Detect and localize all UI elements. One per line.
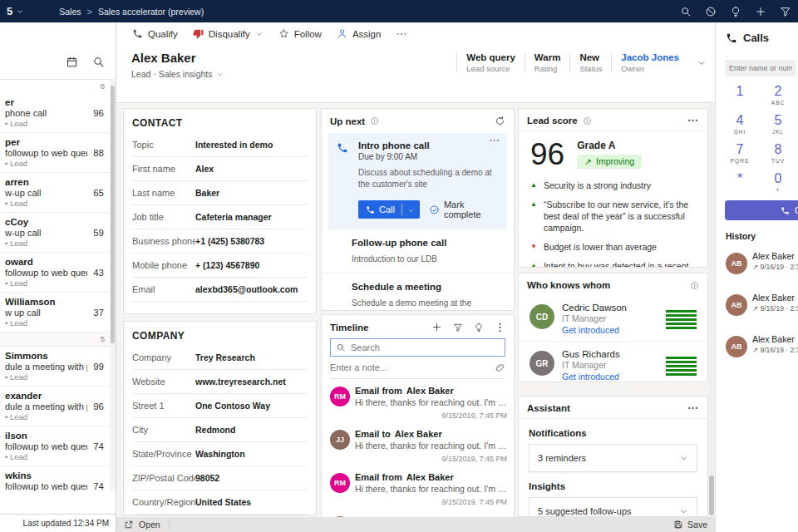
call-history-item[interactable]: AB Alex Baker ↗ 9/16/19 · 2:35 PM [716,328,798,370]
lightbulb-icon[interactable] [730,6,741,17]
list-item[interactable]: Simmons dule a meeting with prod.. • Lea… [0,347,110,387]
more-vertical-icon[interactable]: ⋮ [495,324,505,331]
dial-input-box[interactable] [725,60,796,76]
note-input[interactable] [330,362,495,372]
timeline-entry[interactable]: JJ Note modified by Jacob Jones Hi there… [322,509,514,517]
worklist-scrollbar-thumb[interactable] [111,86,115,343]
filter-icon[interactable] [453,323,463,332]
call-button[interactable]: Call [725,200,798,220]
worklist-scrollbar[interactable] [110,79,116,491]
info-icon[interactable] [370,116,379,126]
search-icon[interactable] [680,6,692,17]
dialpad-key[interactable]: * [721,171,759,194]
assistant-card[interactable]: 5 suggested follow-ups [529,497,697,517]
list-item[interactable]: oward followup to web query • Lead 43 [0,253,110,293]
collapse-header-chevron-icon[interactable] [697,58,707,68]
more-commands-button[interactable]: ⋯ [388,27,415,41]
dialpad-key[interactable]: 2 ABC [759,84,797,106]
more-horizontal-icon[interactable]: ⋯ [687,405,699,411]
more-horizontal-icon[interactable]: ⋯ [687,117,699,124]
qualify-button[interactable]: Qualify [125,25,185,42]
list-item[interactable]: ilson followup to web query • Lead 74 [0,426,110,466]
dial-input[interactable] [729,64,792,72]
field-row[interactable]: Company * Trey Research [132,346,308,370]
dialpad-key[interactable]: 8 TUV [759,142,797,165]
recent-items-icon[interactable] [705,6,717,17]
current-activity-card[interactable]: ⋯ Intro phone call Due by 9:00 AM Discus… [328,133,507,229]
list-item[interactable]: per followup to web query • Lead 88 [0,133,110,173]
field-row[interactable]: Email * alexbd365@outlook.com [132,278,308,302]
app-logo[interactable]: 5 [7,5,24,17]
follow-label: Follow [294,29,322,39]
header-field[interactable]: Web query Lead source [456,52,525,73]
field-row[interactable]: Mobile phone * + (123) 4567890 [132,254,308,278]
main-scrollbar-thumb[interactable] [709,475,714,515]
list-item[interactable]: er phone call • Lead 96 [0,93,110,133]
field-row[interactable]: Job title * Cafeteria manager [132,205,308,229]
timeline-entry[interactable]: JJ Email to Alex Baker Hi there, thanks … [322,422,514,466]
add-icon[interactable] [431,322,442,332]
info-icon[interactable] [583,116,592,126]
field-label: Email [132,284,195,294]
quick-create-icon[interactable] [755,6,766,17]
breadcrumb-sales[interactable]: Sales [59,7,81,17]
list-item[interactable]: Williamson w up call • Lead 37 [0,293,110,332]
calendar-icon[interactable] [66,56,78,68]
disqualify-button[interactable]: Disqualify [185,25,271,42]
call-history-item[interactable]: AB Alex Baker ↗ 9/16/19 · 2:35 PM [716,245,798,287]
call-history-item[interactable]: AB Alex Baker ↗ 9/16/19 · 2:35 PM [716,287,798,328]
field-row[interactable]: Website * www.treyresearch.net [132,370,308,394]
open-button[interactable]: Open [116,520,160,530]
record-subtitle[interactable]: Lead · Sales insights [131,69,224,79]
task-item[interactable]: Follow-up phone call Introduction to our… [322,229,514,273]
field-row[interactable]: ZIP/Postal Code * 98052 [132,466,308,490]
timeline-search-input[interactable] [351,342,500,352]
more-horizontal-icon[interactable]: ⋯ [489,137,500,144]
dialpad-key[interactable]: 0 + [759,171,797,194]
chevron-down-icon[interactable] [679,507,688,516]
header-field[interactable]: Warm Rating [525,52,570,73]
filter-icon[interactable] [780,6,791,17]
mark-complete-button[interactable]: Mark complete [429,200,500,219]
timeline-entry[interactable]: RM Email from Alex Baker Hi there, thank… [322,466,514,509]
call-split-button[interactable]: Call [358,200,420,219]
field-row[interactable]: First name * Alex [132,157,308,181]
timeline-entry[interactable]: RM Email from Alex Baker Hi there, thank… [322,379,514,422]
list-item[interactable]: cCoy w-up call • Lead 59 [0,213,110,253]
task-item[interactable]: Schedule a meeting Schedule a demo meeti… [322,273,514,311]
field-label: State/Province [132,449,195,459]
lightbulb-icon[interactable] [474,323,484,332]
breadcrumb-sales-accelerator[interactable]: Sales accelerator (preview) [98,7,204,17]
field-row[interactable]: City * Redmond [132,418,308,442]
call-options-button[interactable] [402,200,420,219]
call-button[interactable]: Call [358,200,401,219]
dialpad-key[interactable]: 1 [721,84,759,106]
chevron-down-icon[interactable] [679,454,688,463]
header-field[interactable]: Jacob Jones Owner [611,52,688,73]
dialpad-key[interactable]: 5 JKL [759,113,797,135]
assistant-card[interactable]: 3 reminders [529,444,697,472]
list-item[interactable]: wkins followup to web query • Lead 74 [0,466,110,491]
dialpad-key[interactable]: 7 PQRS [721,142,759,165]
list-item[interactable]: exander dule a meeting with pro... • Lea… [0,387,110,426]
header-field[interactable]: New Status [569,52,611,73]
field-row[interactable]: Topic * Interested in demo [132,133,308,157]
dialpad-key[interactable]: 4 GHI [721,113,759,135]
field-row[interactable]: Street 1 * One Contoso Way [132,394,308,418]
refresh-icon[interactable] [495,116,505,126]
worklist-search-icon[interactable] [92,56,105,68]
field-row[interactable]: Business phone * +1 (425) 5380783 [132,229,308,254]
field-row[interactable]: State/Province * Washington [132,442,308,466]
field-row[interactable]: Last name * Baker [132,181,308,205]
timeline-search-box[interactable] [330,338,505,357]
info-icon[interactable] [690,281,699,290]
save-button[interactable]: Save [673,520,715,530]
assign-button[interactable]: Assign [329,25,389,42]
field-row[interactable]: Country/Region * United States [132,490,308,515]
main-scrollbar[interactable] [709,103,714,517]
list-item[interactable]: arren w-up call • Lead 65 [0,173,110,213]
timeline-note-row[interactable] [330,357,505,379]
entry-timestamp: 9/15/2019, 7:45 PM [441,498,507,506]
paperclip-icon[interactable] [495,362,505,372]
follow-button[interactable]: Follow [271,25,329,42]
